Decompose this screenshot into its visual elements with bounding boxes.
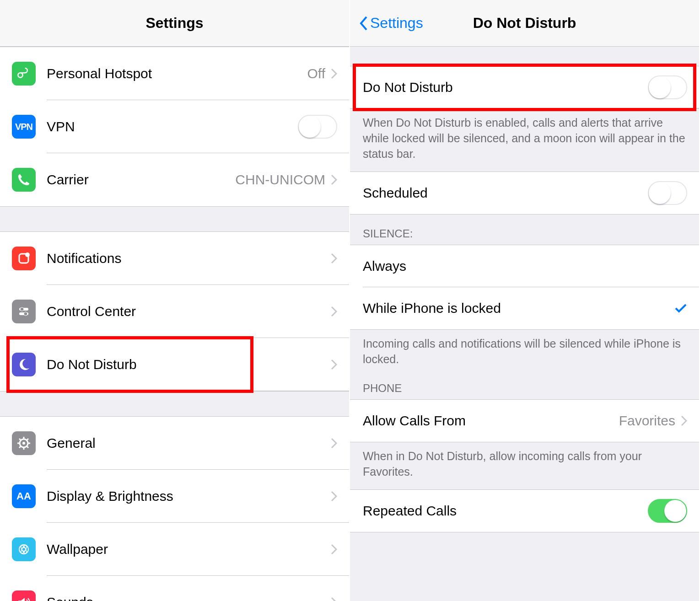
allowcalls-footer: When in Do Not Disturb, allow incoming c… (350, 442, 699, 490)
row-dnd-toggle[interactable]: Do Not Disturb (350, 66, 699, 108)
row-allow-calls-from[interactable]: Allow Calls From Favorites (350, 400, 699, 442)
svg-line-12 (19, 439, 21, 440)
row-repeated-calls[interactable]: Repeated Calls (350, 490, 699, 532)
row-control-center[interactable]: Control Center (0, 285, 349, 338)
row-value: CHN-UNICOM (235, 172, 325, 188)
dnd-pane: Settings Do Not Disturb Do Not Disturb W… (350, 0, 700, 601)
sounds-icon (12, 590, 36, 601)
chevron-right-icon (331, 174, 337, 185)
row-label: Repeated Calls (363, 503, 648, 519)
row-personal-hotspot[interactable]: Personal Hotspot Off (0, 47, 349, 100)
row-notifications[interactable]: Notifications (0, 232, 349, 285)
chevron-right-icon (331, 306, 337, 317)
svg-line-15 (27, 439, 28, 440)
row-label: Personal Hotspot (47, 66, 307, 81)
vpn-toggle[interactable] (298, 115, 337, 139)
hotspot-icon (12, 62, 36, 86)
control-center-icon (12, 300, 36, 323)
settings-group-2: General AA Display & Brightness Wallpape… (0, 416, 349, 601)
settings-group-1: Notifications Control Center Do Not (0, 231, 349, 392)
moon-icon (12, 353, 36, 376)
row-label: Always (363, 258, 687, 274)
svg-line-13 (27, 446, 28, 448)
dnd-footer-1: When Do Not Disturb is enabled, calls an… (350, 109, 699, 172)
chevron-right-icon (331, 597, 337, 601)
dnd-toggle[interactable] (648, 75, 687, 99)
row-do-not-disturb[interactable]: Do Not Disturb (0, 338, 349, 391)
row-label: Do Not Disturb (363, 80, 648, 95)
row-label: Sounds (47, 595, 331, 601)
chevron-right-icon (331, 491, 337, 502)
svg-line-14 (19, 446, 21, 448)
row-wallpaper[interactable]: Wallpaper (0, 523, 349, 576)
phone-header: PHONE (350, 377, 699, 399)
row-general[interactable]: General (0, 417, 349, 470)
row-carrier[interactable]: Carrier CHN-UNICOM (0, 153, 349, 206)
row-silence-locked[interactable]: While iPhone is locked (350, 287, 699, 329)
row-silence-always[interactable]: Always (350, 245, 699, 287)
row-label: Wallpaper (47, 542, 331, 557)
wallpaper-icon (12, 537, 36, 561)
row-label: Control Center (47, 304, 331, 319)
settings-title: Settings (145, 15, 203, 32)
back-label: Settings (370, 15, 423, 32)
dnd-group-allowcalls: Allow Calls From Favorites (350, 399, 699, 442)
settings-pane: Settings Personal Hotspot Off VPN VPN (0, 0, 350, 601)
row-label: Notifications (47, 251, 331, 266)
notifications-icon (12, 247, 36, 270)
check-icon (674, 303, 687, 313)
svg-point-7 (22, 442, 25, 445)
dnd-group-repeated: Repeated Calls (350, 489, 699, 532)
scheduled-toggle[interactable] (648, 181, 687, 205)
dnd-title: Do Not Disturb (473, 15, 576, 32)
phone-icon (12, 168, 36, 192)
row-scheduled[interactable]: Scheduled (350, 172, 699, 214)
row-label: Do Not Disturb (47, 357, 331, 372)
row-display-brightness[interactable]: AA Display & Brightness (0, 470, 349, 523)
row-value: Off (307, 66, 325, 81)
chevron-right-icon (331, 253, 337, 264)
row-vpn[interactable]: VPN VPN (0, 100, 349, 153)
settings-group-0: Personal Hotspot Off VPN VPN Carr (0, 47, 349, 207)
svg-point-5 (24, 312, 27, 316)
row-label: Carrier (47, 172, 235, 188)
silence-footer: Incoming calls and notifications will be… (350, 330, 699, 377)
dnd-navbar: Settings Do Not Disturb (350, 0, 699, 47)
row-label: Display & Brightness (47, 488, 331, 504)
chevron-right-icon (331, 544, 337, 555)
chevron-right-icon (681, 415, 687, 426)
back-button[interactable]: Settings (358, 15, 423, 32)
row-label: General (47, 435, 331, 451)
dnd-group-silence: Always While iPhone is locked (350, 245, 699, 330)
chevron-right-icon (331, 438, 337, 449)
row-label: While iPhone is locked (363, 300, 674, 316)
row-label: Allow Calls From (363, 413, 619, 429)
repeated-calls-toggle[interactable] (648, 499, 687, 523)
row-sounds[interactable]: Sounds (0, 576, 349, 601)
chevron-right-icon (331, 359, 337, 370)
chevron-left-icon (358, 15, 368, 32)
gear-icon (12, 431, 36, 455)
svg-point-1 (25, 252, 30, 257)
dnd-group-scheduled: Scheduled (350, 172, 699, 215)
row-label: VPN (47, 119, 298, 134)
vpn-icon: VPN (12, 115, 36, 139)
silence-header: SILENCE: (350, 215, 699, 245)
row-value: Favorites (619, 413, 675, 429)
svg-point-3 (20, 307, 24, 311)
row-label: Scheduled (363, 185, 648, 201)
display-icon: AA (12, 484, 36, 508)
dnd-group-toggle: Do Not Disturb (350, 66, 699, 109)
settings-navbar: Settings (0, 0, 349, 47)
chevron-right-icon (331, 68, 337, 79)
